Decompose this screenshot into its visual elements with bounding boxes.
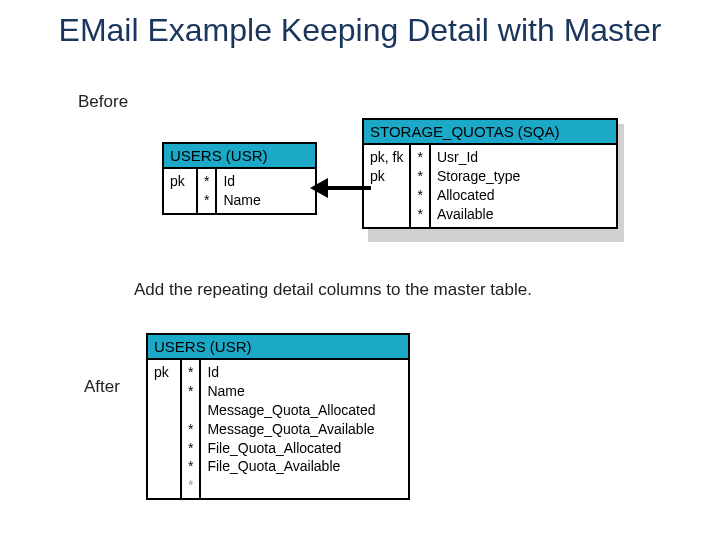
arrow-tail-icon	[327, 186, 371, 190]
users-before-header: USERS (USR)	[164, 144, 315, 169]
sqa-header: STORAGE_QUOTAS (SQA)	[364, 120, 616, 145]
users-before-keys: pk	[164, 169, 198, 213]
sqa-cols: Usr_Id Storage_type Allocated Available	[431, 145, 526, 227]
users-before-table: USERS (USR) pk * * Id Name	[162, 142, 317, 215]
users-after-table: USERS (USR) pk * * * * * * Id Name Messa…	[146, 333, 410, 500]
users-after-stars: * * * * * *	[182, 360, 201, 498]
storage-quotas-table: STORAGE_QUOTAS (SQA) pk, fk pk * * * * U…	[362, 118, 618, 229]
before-label: Before	[78, 92, 128, 112]
slide-title: EMail Example Keeping Detail with Master	[0, 0, 720, 49]
trailing-star: *	[188, 477, 193, 493]
sqa-keys: pk, fk pk	[364, 145, 411, 227]
users-after-keys: pk	[148, 360, 182, 498]
arrow-head-icon	[310, 178, 328, 198]
users-before-stars: * *	[198, 169, 217, 213]
after-label: After	[84, 377, 120, 397]
users-after-cols: Id Name Message_Quota_Allocated Message_…	[201, 360, 381, 498]
relationship-arrow	[310, 178, 370, 198]
instruction-text: Add the repeating detail columns to the …	[134, 280, 532, 300]
sqa-stars: * * * *	[411, 145, 430, 227]
users-before-cols: Id Name	[217, 169, 266, 213]
users-after-header: USERS (USR)	[148, 335, 408, 360]
